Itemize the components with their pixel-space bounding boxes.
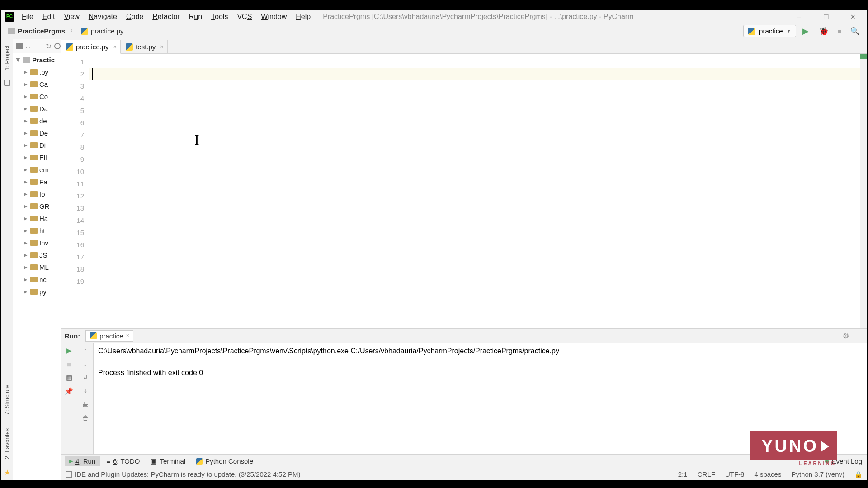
tab-test[interactable]: test.py× [121, 40, 168, 54]
tree-item[interactable]: ▶fo [13, 188, 61, 200]
expand-icon[interactable]: ▶ [22, 228, 28, 234]
expand-icon[interactable]: ▶ [22, 277, 28, 282]
favorites-tool-button[interactable]: 2: Favorites [3, 424, 11, 464]
target-icon[interactable] [54, 43, 61, 49]
line-separator[interactable]: CRLF [698, 470, 715, 478]
run-tool-window-button[interactable]: ▶4: Run [65, 456, 100, 466]
terminal-tool-window-button[interactable]: ▣Terminal [146, 456, 190, 467]
tree-item[interactable]: ▶em [13, 164, 61, 176]
maximize-button[interactable]: ☐ [812, 10, 840, 23]
expand-icon[interactable]: ▶ [22, 155, 28, 160]
breadcrumb-root[interactable]: PracticePrgms [5, 26, 68, 36]
project-header-dots[interactable]: ... [26, 43, 31, 50]
rerun-button[interactable]: ▶ [65, 347, 73, 355]
expand-icon[interactable]: ▶ [22, 130, 28, 136]
stop-button: ■ [834, 26, 845, 37]
tree-item[interactable]: ▶de [13, 115, 61, 127]
expand-icon[interactable]: ▶ [22, 167, 28, 173]
sidebar-square-icon[interactable] [4, 80, 10, 86]
run-config-selector[interactable]: practice ▼ [743, 25, 796, 37]
todo-tool-window-button[interactable]: ≡6: TODO [102, 456, 144, 466]
lock-icon[interactable]: 🔒 [854, 471, 862, 478]
tree-root[interactable]: ▶Practic [13, 54, 61, 66]
expand-icon[interactable]: ▶ [22, 81, 28, 87]
expand-icon[interactable]: ▶ [22, 191, 28, 197]
menu-run[interactable]: Run [185, 11, 206, 22]
expand-icon[interactable]: ▶ [22, 69, 28, 75]
close-tab-icon[interactable]: × [160, 43, 164, 50]
print-icon[interactable]: 🖶 [82, 401, 89, 408]
pin-icon[interactable]: 📌 [65, 387, 73, 395]
menu-vcs[interactable]: VCS [233, 11, 256, 22]
expand-icon[interactable]: ▶ [22, 118, 28, 124]
soft-wrap-icon[interactable]: ↲ [83, 374, 88, 381]
close-icon[interactable]: × [126, 333, 129, 339]
menu-window[interactable]: Window [257, 11, 291, 22]
search-icon[interactable]: 🔍 [847, 25, 863, 37]
folder-icon [30, 277, 38, 282]
menu-edit[interactable]: Edit [38, 11, 59, 22]
tree-item[interactable]: ▶Inv [13, 237, 61, 249]
menu-tools[interactable]: Tools [207, 11, 232, 22]
expand-icon[interactable]: ▶ [22, 216, 28, 221]
gear-icon[interactable]: ⚙ [843, 332, 855, 340]
project-tree[interactable]: ... ↻ ▶Practic ▶.py ▶Ca ▶Co ▶Da ▶de ▶De … [13, 39, 61, 480]
expand-icon[interactable]: ▶ [22, 106, 28, 112]
file-encoding[interactable]: UTF-8 [725, 470, 745, 478]
tree-item[interactable]: ▶py [13, 286, 61, 298]
tree-item[interactable]: ▶Co [13, 90, 61, 103]
expand-icon[interactable]: ▶ [22, 289, 28, 295]
minimize-button[interactable]: ─ [785, 10, 812, 23]
tree-item[interactable]: ▶Ha [13, 212, 61, 225]
breadcrumb-file[interactable]: practice.py [78, 26, 127, 36]
structure-tool-button[interactable]: 7: Structure [3, 380, 11, 419]
scroll-end-icon[interactable]: ⤓ [83, 387, 88, 394]
up-arrow-icon[interactable]: ↑ [84, 347, 87, 354]
expand-icon[interactable]: ▶ [22, 264, 28, 270]
menu-file[interactable]: File [18, 11, 38, 22]
expand-icon[interactable]: ▶ [15, 57, 21, 63]
tree-item[interactable]: ▶.py [13, 66, 61, 78]
tree-item[interactable]: ▶Ell [13, 151, 61, 164]
run-config-name: practice [759, 27, 783, 35]
tab-practice[interactable]: practice.py× [61, 40, 121, 54]
python-interpreter[interactable]: Python 3.7 (venv) [791, 470, 844, 478]
menu-navigate[interactable]: Navigate [85, 11, 121, 22]
run-tab[interactable]: practice× [85, 330, 133, 342]
menu-help[interactable]: Help [292, 11, 315, 22]
tree-item[interactable]: ▶Di [13, 139, 61, 151]
tree-item[interactable]: ▶ht [13, 225, 61, 237]
close-button[interactable]: ✕ [840, 10, 867, 23]
tree-item[interactable]: ▶Da [13, 103, 61, 115]
close-tab-icon[interactable]: × [113, 43, 117, 50]
layout-icon[interactable]: ▦ [65, 374, 73, 382]
scrollbar[interactable] [860, 54, 867, 328]
expand-icon[interactable]: ▶ [22, 179, 28, 185]
menu-refactor[interactable]: Refactor [148, 11, 184, 22]
expand-icon[interactable]: ▶ [22, 94, 28, 99]
menu-view[interactable]: View [60, 11, 83, 22]
code-editor[interactable]: 12345678910111213141516171819 I [61, 54, 867, 328]
tree-item[interactable]: ▶GR [13, 200, 61, 212]
python-console-button[interactable]: Python Console [192, 456, 258, 466]
project-tool-button[interactable]: 1: Project [3, 41, 11, 75]
debug-button[interactable]: 🐞 [815, 24, 832, 38]
status-square-icon[interactable] [66, 471, 72, 478]
tree-item[interactable]: ▶Ca [13, 78, 61, 90]
tree-item[interactable]: ▶De [13, 127, 61, 139]
run-button[interactable]: ▶ [798, 24, 813, 38]
expand-icon[interactable]: ▶ [22, 240, 28, 246]
menu-code[interactable]: Code [122, 11, 147, 22]
down-arrow-icon[interactable]: ↓ [84, 360, 87, 367]
tree-item[interactable]: ▶nc [13, 273, 61, 286]
expand-icon[interactable]: ▶ [22, 203, 28, 209]
hide-panel-icon[interactable]: — [855, 332, 867, 340]
tree-item[interactable]: ▶Fa [13, 176, 61, 188]
expand-icon[interactable]: ▶ [22, 142, 28, 148]
caret-position[interactable]: 2:1 [678, 470, 688, 478]
indent-setting[interactable]: 4 spaces [754, 470, 781, 478]
trash-icon[interactable]: 🗑 [82, 414, 89, 422]
tree-item[interactable]: ▶ML [13, 261, 61, 273]
tree-item[interactable]: ▶JS [13, 249, 61, 261]
expand-icon[interactable]: ▶ [22, 252, 28, 258]
